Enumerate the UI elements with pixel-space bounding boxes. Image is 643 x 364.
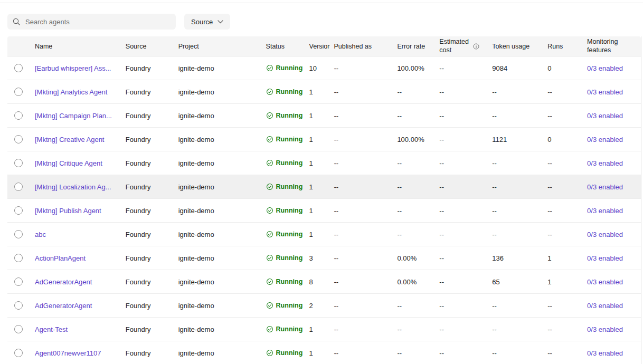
name-cell: [Earbud whisperer] Ass... <box>31 56 121 80</box>
table-body: [Earbud whisperer] Ass... Foundry ignite… <box>7 56 641 364</box>
status-label: Running <box>276 112 303 119</box>
search-box[interactable] <box>7 14 176 30</box>
select-cell <box>7 56 31 80</box>
table-row[interactable]: Agent007newver1107 Foundry ignite-demo R… <box>7 341 641 364</box>
source-cell: Foundry <box>121 199 174 222</box>
table-row[interactable]: AdGeneratorAgent Foundry ignite-demo Run… <box>7 270 641 294</box>
check-circle-icon <box>266 207 273 214</box>
header-monitoring-features[interactable]: Monitoring features <box>583 36 641 56</box>
agent-name-link[interactable]: [Mktng] Creative Agent <box>35 136 105 143</box>
header-status[interactable]: Status <box>263 36 305 56</box>
row-radio[interactable] <box>14 277 23 286</box>
token-usage-cell: 136 <box>488 246 543 270</box>
monitoring-features-link[interactable]: 0/3 enabled <box>587 254 623 262</box>
table-row[interactable]: [Mktng] Localization Ag... Foundry ignit… <box>7 175 641 199</box>
status-cell: Running <box>263 56 305 80</box>
header-project[interactable]: Project <box>174 36 263 56</box>
project-cell: ignite-demo <box>174 318 263 341</box>
agent-name-link[interactable]: AdGeneratorAgent <box>35 302 92 310</box>
table-row[interactable]: [Mktng] Creative Agent Foundry ignite-de… <box>7 128 641 151</box>
status-label: Running <box>276 207 303 214</box>
published-as-cell: -- <box>330 318 393 341</box>
header-error-rate[interactable]: Error rate <box>393 36 435 56</box>
row-radio[interactable] <box>14 325 23 333</box>
token-usage-cell: -- <box>488 318 543 341</box>
project-cell: ignite-demo <box>174 341 263 364</box>
row-radio[interactable] <box>14 159 23 167</box>
row-radio[interactable] <box>14 135 23 143</box>
row-radio[interactable] <box>14 64 23 72</box>
header-runs[interactable]: Runs <box>543 36 583 56</box>
header-published-as[interactable]: Published as <box>330 36 393 56</box>
row-radio[interactable] <box>14 111 23 120</box>
table-row[interactable]: Agent-Test Foundry ignite-demo Running 1… <box>7 318 641 341</box>
monitoring-features-link[interactable]: 0/3 enabled <box>587 183 623 191</box>
agent-name-link[interactable]: AdGeneratorAgent <box>35 278 92 286</box>
monitoring-features-link[interactable]: 0/3 enabled <box>587 88 623 96</box>
agent-name-link[interactable]: [Mktng] Localization Ag... <box>35 183 111 191</box>
monitoring-features-link[interactable]: 0/3 enabled <box>587 207 623 215</box>
project-cell: ignite-demo <box>174 294 263 317</box>
source-filter-button[interactable]: Source <box>184 14 230 30</box>
row-radio[interactable] <box>14 88 23 96</box>
row-radio[interactable] <box>14 349 23 357</box>
version-cell: 1 <box>305 104 330 127</box>
status-badge: Running <box>266 302 303 309</box>
header-name[interactable]: Name <box>31 36 121 56</box>
agent-name-link[interactable]: [Mktng] Critique Agent <box>35 159 102 167</box>
agent-name-link[interactable]: Agent-Test <box>35 325 68 333</box>
monitoring-features-link[interactable]: 0/3 enabled <box>587 325 623 333</box>
header-token-usage[interactable]: Token usage <box>488 36 543 56</box>
agent-name-link[interactable]: Agent007newver1107 <box>35 349 101 357</box>
source-cell: Foundry <box>121 341 174 364</box>
monitoring-features-link[interactable]: 0/3 enabled <box>587 64 623 72</box>
header-estimated-cost[interactable]: Estimated cost <box>435 36 488 56</box>
row-radio[interactable] <box>14 301 23 310</box>
table-row[interactable]: ActionPlanAgent Foundry ignite-demo Runn… <box>7 246 641 270</box>
search-icon <box>13 18 20 25</box>
agent-name-link[interactable]: ActionPlanAgent <box>35 254 86 262</box>
error-rate-cell: -- <box>393 151 435 175</box>
agent-name-link[interactable]: [Mktng] Campaign Plan... <box>35 112 112 120</box>
table-row[interactable]: abc Foundry ignite-demo Running 1 -- -- … <box>7 223 641 246</box>
monitoring-features-cell: 0/3 enabled <box>583 199 641 222</box>
monitoring-features-cell: 0/3 enabled <box>583 128 641 151</box>
agent-name-link[interactable]: [Mktng] Publish Agent <box>35 207 101 215</box>
version-cell: 1 <box>305 318 330 341</box>
monitoring-features-cell: 0/3 enabled <box>583 104 641 127</box>
row-radio[interactable] <box>14 183 23 191</box>
row-radio[interactable] <box>14 206 23 215</box>
monitoring-features-link[interactable]: 0/3 enabled <box>587 278 623 286</box>
table-row[interactable]: AdGeneratorAgent Foundry ignite-demo Run… <box>7 294 641 318</box>
check-circle-icon <box>266 278 273 285</box>
name-cell: [Mktng] Localization Ag... <box>31 175 121 198</box>
error-rate-cell: -- <box>393 318 435 341</box>
header-version[interactable]: Version <box>305 36 330 56</box>
row-radio[interactable] <box>14 230 23 238</box>
monitoring-features-link[interactable]: 0/3 enabled <box>587 136 623 143</box>
monitoring-features-link[interactable]: 0/3 enabled <box>587 159 623 167</box>
table-row[interactable]: [Mktng] Publish Agent Foundry ignite-dem… <box>7 199 641 223</box>
header-source[interactable]: Source <box>121 36 174 56</box>
select-cell <box>7 104 31 127</box>
estimated-cost-cell: -- <box>435 246 488 270</box>
select-cell <box>7 270 31 293</box>
search-input[interactable] <box>24 17 171 26</box>
table-row[interactable]: [Earbud whisperer] Ass... Foundry ignite… <box>7 56 641 80</box>
monitoring-features-link[interactable]: 0/3 enabled <box>587 302 623 310</box>
agent-name-link[interactable]: abc <box>35 231 46 238</box>
source-cell: Foundry <box>121 56 174 80</box>
agent-name-link[interactable]: [Earbud whisperer] Ass... <box>35 64 111 72</box>
monitoring-features-link[interactable]: 0/3 enabled <box>587 349 623 357</box>
project-cell: ignite-demo <box>174 151 263 175</box>
token-usage-cell: -- <box>488 175 543 198</box>
token-usage-cell: -- <box>488 151 543 175</box>
table-row[interactable]: [Mkting] Analytics Agent Foundry ignite-… <box>7 80 641 104</box>
monitoring-features-link[interactable]: 0/3 enabled <box>587 231 623 238</box>
table-row[interactable]: [Mktng] Critique Agent Foundry ignite-de… <box>7 151 641 175</box>
table-row[interactable]: [Mktng] Campaign Plan... Foundry ignite-… <box>7 104 641 128</box>
info-icon[interactable] <box>473 43 479 50</box>
agent-name-link[interactable]: [Mkting] Analytics Agent <box>35 88 107 96</box>
row-radio[interactable] <box>14 254 23 262</box>
monitoring-features-link[interactable]: 0/3 enabled <box>587 112 623 120</box>
